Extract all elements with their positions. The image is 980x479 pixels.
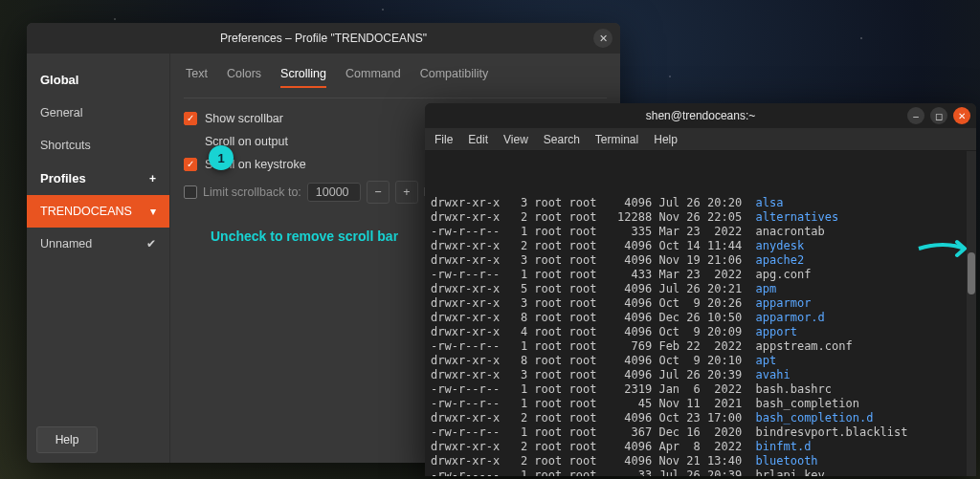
terminal-row: drwxr-xr-x 2 root root 12288 Nov 26 22:0… <box>431 210 972 225</box>
sidebar-item-label: Shortcuts <box>40 139 91 152</box>
terminal-row: drwxr-xr-x 3 root root 4096 Jul 26 20:20… <box>431 196 972 210</box>
menu-search[interactable]: Search <box>544 133 580 146</box>
terminal-scrollbar-thumb[interactable] <box>968 252 975 294</box>
terminal-row: drwxr-xr-x 8 root root 4096 Oct 9 20:10 … <box>431 354 972 368</box>
terminal-row: drwxr-xr-x 5 root root 4096 Jul 26 20:21… <box>431 282 972 296</box>
file-name: bash_completion.d <box>756 411 874 425</box>
increment-button[interactable]: + <box>395 181 418 204</box>
close-button[interactable]: ✕ <box>953 107 970 124</box>
sidebar-item-label: General <box>40 106 82 120</box>
file-name: apt <box>756 354 777 367</box>
terminal-row: -rw-r--r-- 1 root root 367 Dec 16 2020 b… <box>431 425 972 440</box>
sidebar-item-general[interactable]: General <box>27 97 169 129</box>
file-name: bindresvport.blacklist <box>756 425 908 439</box>
menu-help[interactable]: Help <box>654 133 678 146</box>
menu-view[interactable]: View <box>503 133 528 146</box>
minimize-button[interactable]: – <box>907 107 924 124</box>
terminal-row: drwxr-xr-x 3 root root 4096 Nov 19 21:06… <box>431 253 972 268</box>
sidebar-item-shortcuts[interactable]: Shortcuts <box>27 129 169 162</box>
file-name: bash_completion <box>756 397 859 410</box>
tab-compatibility[interactable]: Compatibility <box>420 67 489 88</box>
help-button[interactable]: Help <box>36 426 98 453</box>
file-name: anacrontab <box>756 225 825 238</box>
tab-scrolling[interactable]: Scrolling <box>280 67 326 88</box>
file-name: apport <box>756 325 797 338</box>
file-name: alternatives <box>756 210 839 224</box>
file-name: apg.conf <box>756 268 812 281</box>
menu-edit[interactable]: Edit <box>468 133 488 146</box>
preferences-title: Preferences – Profile "TRENDOCEANS" <box>220 32 427 45</box>
checkbox-scroll-keystroke[interactable] <box>184 158 197 171</box>
terminal-row: drwxr-xr-x 4 root root 4096 Oct 9 20:09 … <box>431 325 972 339</box>
chevron-down-icon: ▾ <box>150 205 156 218</box>
preferences-titlebar: Preferences – Profile "TRENDOCEANS" ✕ <box>27 23 620 54</box>
preferences-close-button[interactable]: ✕ <box>593 29 612 48</box>
menu-terminal[interactable]: Terminal <box>595 133 638 146</box>
option-label: Limit scrollback to: <box>203 185 301 199</box>
terminal-row: drwxr-xr-x 3 root root 4096 Oct 9 20:26 … <box>431 296 972 311</box>
sidebar-section-global: Global <box>27 63 169 97</box>
file-name: apm <box>756 282 777 295</box>
sidebar-profile-trendoceans[interactable]: TRENDOCEANS ▾ <box>27 195 169 228</box>
terminal-row: -rw-r--r-- 1 root root 335 Mar 23 2022 a… <box>431 225 972 239</box>
sidebar-global-label: Global <box>40 73 78 87</box>
terminal-row: -rw-r--r-- 1 root root 2319 Jan 6 2022 b… <box>431 382 972 397</box>
decrement-button[interactable]: − <box>367 181 390 204</box>
sidebar-profiles-label: Profiles <box>40 171 86 185</box>
help-label: Help <box>56 433 79 446</box>
terminal-title: shen@trendoceans:~ <box>646 109 756 122</box>
checkbox-limit-scrollback[interactable] <box>184 185 197 199</box>
annotation-marker-1: 1 <box>209 145 234 170</box>
terminal-row: drwxr-xr-x 2 root root 4096 Nov 21 13:40… <box>431 454 972 468</box>
file-name: apparmor <box>756 296 812 310</box>
checkbox-show-scrollbar[interactable] <box>184 112 197 125</box>
menu-file[interactable]: File <box>434 133 453 146</box>
sidebar-section-profiles: Profiles + <box>27 162 169 195</box>
file-name: appstream.conf <box>756 339 853 353</box>
file-name: binfmt.d <box>756 440 812 453</box>
terminal-row: drwxr-xr-x 2 root root 4096 Apr 8 2022 b… <box>431 440 972 454</box>
terminal-row: -rw-r--r-- 1 root root 433 Mar 23 2022 a… <box>431 268 972 282</box>
check-icon: ✔ <box>146 237 156 250</box>
terminal-scrollbar[interactable] <box>967 151 976 476</box>
close-icon: ✕ <box>599 33 608 45</box>
tab-colors[interactable]: Colors <box>227 67 261 88</box>
terminal-row: drwxr-xr-x 2 root root 4096 Oct 14 11:44… <box>431 239 972 253</box>
sidebar-profile-unnamed[interactable]: Unnamed ✔ <box>27 228 169 260</box>
file-name: apache2 <box>756 253 805 267</box>
file-name: avahi <box>756 368 791 381</box>
sidebar: Global General Shortcuts Profiles + TREN… <box>27 54 170 463</box>
option-label: Show scrollbar <box>205 112 283 125</box>
file-name: apparmor.d <box>756 311 825 324</box>
window-controls: – ◻ ✕ <box>907 107 970 124</box>
terminal-titlebar: shen@trendoceans:~ – ◻ ✕ <box>425 103 976 128</box>
tab-text[interactable]: Text <box>186 67 208 88</box>
add-profile-button[interactable]: + <box>149 172 156 185</box>
terminal-menubar: File Edit View Search Terminal Help <box>425 128 976 151</box>
terminal-row: drwxr-xr-x 3 root root 4096 Jul 26 20:39… <box>431 368 972 382</box>
sidebar-item-label: TRENDOCEANS <box>40 205 132 218</box>
terminal-row: drwxr-xr-x 2 root root 4096 Oct 23 17:00… <box>431 411 972 425</box>
file-name: bash.bashrc <box>756 382 832 396</box>
terminal-row: -rw-r--r-- 1 root root 769 Feb 22 2022 a… <box>431 339 972 354</box>
file-name: anydesk <box>756 239 805 252</box>
file-name: brlapi.key <box>756 468 825 476</box>
scrollback-value[interactable]: 10000 <box>307 183 361 202</box>
tab-command[interactable]: Command <box>345 67 401 88</box>
file-name: alsa <box>756 196 784 209</box>
sidebar-item-label: Unnamed <box>40 237 92 250</box>
terminal-row: -rw-r--r-- 1 root root 45 Nov 11 2021 ba… <box>431 397 972 411</box>
terminal-row: drwxr-xr-x 8 root root 4096 Dec 26 10:50… <box>431 311 972 325</box>
terminal-window: shen@trendoceans:~ – ◻ ✕ File Edit View … <box>425 103 976 476</box>
maximize-button[interactable]: ◻ <box>930 107 947 124</box>
tabs: Text Colors Scrolling Command Compatibil… <box>184 63 607 98</box>
file-name: bluetooth <box>756 454 818 468</box>
terminal-output[interactable]: drwxr-xr-x 3 root root 4096 Jul 26 20:20… <box>425 151 976 476</box>
terminal-row: -rw-r----- 1 root root 33 Jul 26 20:39 b… <box>431 468 972 476</box>
